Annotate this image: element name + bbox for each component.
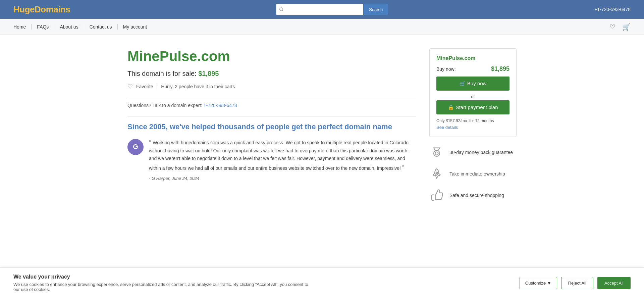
payment-info: Only $157.92/mo. for 12 months: [436, 118, 509, 123]
search-button[interactable]: Search: [363, 4, 388, 15]
testimonial-content: “ Working with hugedomains.com was a qui…: [149, 139, 416, 181]
feature-money-back: 30-day money back guarantee: [429, 145, 517, 160]
for-sale-price: $1,895: [198, 70, 219, 77]
feature-ownership-text: Take immediate ownership: [449, 171, 505, 177]
quote-open-icon: “: [149, 138, 151, 147]
since-heading: Since 2005, we've helped thousands of pe…: [127, 122, 416, 132]
header-phone: +1-720-593-6478: [594, 7, 631, 12]
nav-contact[interactable]: Contact us: [84, 24, 118, 30]
nav-faqs[interactable]: FAQs: [32, 24, 54, 30]
svg-point-0: [434, 150, 440, 156]
card-domain: MinePulse.com: [436, 55, 509, 61]
header: HugeDomains Search +1-720-593-6478: [0, 0, 644, 19]
testimonial-body: Working with hugedomains.com was a quick…: [149, 140, 409, 171]
main-content: MinePulse.com This domain is for sale: $…: [121, 35, 523, 223]
favorite-bar: ♡ Favorite | Hurry, 2 people have it in …: [127, 83, 416, 90]
site-logo: HugeDomains: [13, 4, 70, 15]
rocket-svg: [431, 168, 443, 180]
domain-title: MinePulse.com: [127, 48, 416, 64]
medal-svg: [431, 146, 443, 158]
medal-icon: [429, 145, 444, 160]
payment-plan-button[interactable]: 🔒 Start payment plan: [436, 100, 509, 114]
sidebar: MinePulse.com Buy now: $1,895 🛒 Buy now …: [429, 48, 517, 209]
svg-point-2: [436, 172, 438, 174]
nav-account[interactable]: My account: [118, 24, 153, 30]
testimonial: G “ Working with hugedomains.com was a q…: [127, 139, 416, 181]
testimonial-author: - G Harper, June 24, 2024: [149, 176, 416, 181]
questions-phone[interactable]: 1-720-593-6478: [204, 103, 237, 108]
search-input[interactable]: [276, 4, 363, 15]
nav-home[interactable]: Home: [13, 24, 32, 30]
buy-now-price: $1,895: [491, 65, 509, 72]
logo-text: HugeDomains: [13, 4, 70, 14]
purchase-card: MinePulse.com Buy now: $1,895 🛒 Buy now …: [429, 48, 517, 137]
feature-secure: Safe and secure shopping: [429, 188, 517, 203]
wishlist-icon[interactable]: ♡: [609, 23, 615, 31]
buy-now-button[interactable]: 🛒 Buy now: [436, 77, 509, 91]
questions-label: Questions? Talk to a domain expert:: [127, 103, 202, 108]
nav-links: Home FAQs About us Contact us My account: [13, 24, 152, 30]
heart-icon[interactable]: ♡: [127, 83, 133, 90]
thumbsup-svg: [431, 189, 443, 201]
or-text: or: [436, 94, 509, 99]
rocket-icon: [429, 166, 444, 181]
buy-now-label: Buy now:: [436, 66, 456, 72]
nav-about[interactable]: About us: [54, 24, 84, 30]
see-details-link[interactable]: See details: [436, 125, 458, 130]
main-nav: Home FAQs About us Contact us My account…: [0, 19, 644, 35]
cart-icon[interactable]: 🛒: [622, 23, 631, 31]
testimonial-text: “ Working with hugedomains.com was a qui…: [149, 139, 416, 173]
feature-secure-text: Safe and secure shopping: [449, 193, 504, 198]
questions-text: Questions? Talk to a domain expert: 1-72…: [127, 103, 416, 108]
buy-now-row: Buy now: $1,895: [436, 65, 509, 72]
thumbsup-icon: [429, 188, 444, 203]
feature-ownership: Take immediate ownership: [429, 166, 517, 181]
quote-close-icon: ”: [402, 164, 404, 171]
svg-point-1: [435, 152, 438, 155]
divider-2: [127, 116, 416, 116]
hurry-text: Hurry, 2 people have it in their carts: [161, 84, 235, 89]
feature-money-back-text: 30-day money back guarantee: [449, 150, 513, 155]
content-area: MinePulse.com This domain is for sale: $…: [127, 48, 416, 209]
for-sale-text: This domain is for sale: $1,895: [127, 70, 416, 78]
nav-icons: ♡ 🛒: [609, 23, 631, 31]
for-sale-label: This domain is for sale:: [127, 70, 197, 77]
divider-1: [127, 97, 416, 97]
favorite-label[interactable]: Favorite: [136, 84, 153, 89]
avatar: G: [127, 139, 144, 155]
search-bar: Search: [276, 4, 388, 15]
